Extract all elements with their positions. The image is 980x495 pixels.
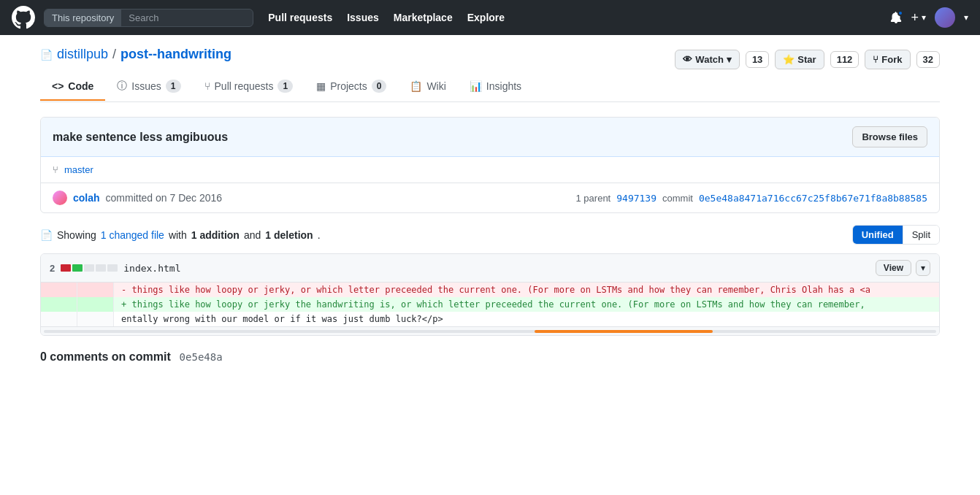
tab-wiki[interactable]: 📋 Wiki bbox=[398, 73, 457, 101]
file-diff-header: 2 index.html View ▾ bbox=[41, 254, 939, 283]
diff-bar-green bbox=[72, 264, 83, 272]
issues-badge: 1 bbox=[166, 80, 181, 93]
tab-pull-requests[interactable]: ⑂ Pull requests 1 bbox=[193, 72, 305, 101]
tab-issues[interactable]: ⓘ Issues 1 bbox=[105, 72, 192, 101]
diff-code-area: - things like how loopy or jerky, or whi… bbox=[41, 283, 939, 326]
split-view-button[interactable]: Split bbox=[903, 226, 939, 244]
diff-bar-gray-2 bbox=[96, 264, 106, 272]
diff-scrollbar-thumb[interactable] bbox=[535, 330, 713, 333]
star-count[interactable]: 112 bbox=[830, 51, 860, 68]
commit-hash-link[interactable]: 0e5e48a8471a716cc67c25f8b67e71f8a8b88585 bbox=[699, 193, 927, 204]
diff-middle: with bbox=[169, 229, 187, 241]
pr-badge: 1 bbox=[277, 80, 293, 93]
context-line-content: entally wrong with our model or if it wa… bbox=[114, 312, 939, 326]
parent-label: 1 parent bbox=[576, 193, 611, 204]
commit-branch[interactable]: master bbox=[64, 164, 93, 175]
star-icon: ⭐ bbox=[783, 54, 795, 65]
repo-icon: 📄 bbox=[40, 49, 53, 61]
nav-explore[interactable]: Explore bbox=[467, 12, 505, 23]
header-right: + ▾ ▾ bbox=[890, 7, 968, 28]
nav-pull-requests[interactable]: Pull requests bbox=[268, 12, 332, 23]
diff-bar-red bbox=[61, 264, 71, 272]
pr-icon: ⑂ bbox=[204, 80, 210, 92]
diff-scrollbar-track bbox=[44, 330, 936, 333]
add-button[interactable]: + ▾ bbox=[911, 10, 926, 26]
diff-line-added: + things like how loopy or jerky the han… bbox=[41, 297, 939, 312]
star-button[interactable]: ⭐ Star bbox=[775, 50, 824, 69]
diff-and: and bbox=[244, 229, 261, 241]
diff-view-toggle: Unified Split bbox=[852, 225, 940, 245]
nav-issues[interactable]: Issues bbox=[347, 12, 379, 23]
tab-code-label: Code bbox=[68, 80, 93, 92]
commit-meta: ⑂ master bbox=[41, 157, 939, 183]
file-diff-actions: View ▾ bbox=[876, 260, 930, 276]
file-diff-header-left: 2 index.html bbox=[50, 263, 181, 274]
notifications-button[interactable] bbox=[890, 12, 902, 23]
breadcrumb-separator: / bbox=[112, 47, 116, 62]
notification-dot bbox=[897, 10, 903, 16]
tab-projects[interactable]: ▦ Projects 0 bbox=[305, 72, 398, 101]
view-dropdown-button[interactable]: ▾ bbox=[916, 260, 930, 276]
comments-hash: 0e5e48a bbox=[180, 351, 223, 363]
file-line-count: 2 bbox=[50, 263, 55, 274]
search-input[interactable] bbox=[121, 9, 253, 26]
avatar[interactable] bbox=[935, 7, 955, 28]
diff-scrollbar[interactable] bbox=[41, 326, 939, 335]
star-label: Star bbox=[797, 54, 816, 65]
tab-code[interactable]: <> Code bbox=[40, 73, 105, 101]
diff-changed-link[interactable]: 1 changed file bbox=[101, 229, 164, 241]
watch-count[interactable]: 13 bbox=[746, 51, 769, 68]
code-icon: <> bbox=[52, 80, 64, 92]
commit-author-avatar bbox=[53, 191, 67, 205]
unified-view-button[interactable]: Unified bbox=[853, 226, 903, 244]
eye-icon: 👁 bbox=[683, 54, 692, 65]
search-bar[interactable]: This repository bbox=[44, 9, 253, 27]
commit-date: committed on 7 Dec 2016 bbox=[106, 192, 223, 204]
watch-label: Watch bbox=[695, 54, 724, 65]
repo-actions: 👁 Watch ▾ 13 ⭐ Star 112 ⑂ Fork 32 bbox=[675, 50, 940, 69]
repo-tabs: <> Code ⓘ Issues 1 ⑂ Pull requests 1 ▦ P… bbox=[40, 72, 940, 102]
commit-hash-row: 1 parent 9497139 commit 0e5e48a8471a716c… bbox=[576, 193, 927, 204]
tab-wiki-label: Wiki bbox=[426, 80, 445, 92]
file-diff: 2 index.html View ▾ bbox=[40, 253, 940, 336]
avatar-dropdown-arrow[interactable]: ▾ bbox=[964, 12, 968, 23]
diff-line-removed: - things like how loopy or jerky, or whi… bbox=[41, 283, 939, 297]
projects-badge: 0 bbox=[372, 80, 387, 93]
fork-label: Fork bbox=[881, 54, 902, 65]
diff-summary-text: 📄 Showing 1 changed file with 1 addition… bbox=[40, 229, 321, 241]
wiki-icon: 📋 bbox=[410, 80, 422, 92]
parent-hash-link[interactable]: 9497139 bbox=[616, 193, 656, 204]
diff-period: . bbox=[318, 229, 321, 241]
diff-prefix: Showing bbox=[57, 229, 96, 241]
diff-bar-gray-1 bbox=[84, 264, 94, 272]
commit-author-info: colah committed on 7 Dec 2016 bbox=[53, 191, 222, 205]
page-container: 📄 distillpub / post--handwriting 👁 Watch… bbox=[23, 35, 957, 364]
add-dropdown-arrow: ▾ bbox=[922, 12, 926, 23]
breadcrumb-repo-name[interactable]: post--handwriting bbox=[120, 47, 231, 62]
tab-insights-label: Insights bbox=[486, 80, 521, 92]
nav-marketplace[interactable]: Marketplace bbox=[394, 12, 453, 23]
commit-title: make sentence less amgibuous bbox=[53, 131, 228, 144]
fork-button[interactable]: ⑂ Fork bbox=[865, 50, 910, 69]
tab-insights[interactable]: 📊 Insights bbox=[458, 73, 533, 101]
repo-header-row: 📄 distillpub / post--handwriting 👁 Watch… bbox=[40, 47, 940, 72]
commit-label: commit bbox=[662, 193, 693, 204]
commit-header: make sentence less amgibuous Browse file… bbox=[41, 118, 939, 157]
comments-header: 0 comments on commit bbox=[40, 350, 171, 363]
main-header: This repository Pull requests Issues Mar… bbox=[0, 0, 980, 35]
issues-icon: ⓘ bbox=[117, 80, 127, 93]
github-logo-icon[interactable] bbox=[12, 6, 35, 29]
browse-files-button[interactable]: Browse files bbox=[852, 126, 927, 147]
search-repo-label[interactable]: This repository bbox=[45, 9, 121, 26]
breadcrumb: 📄 distillpub / post--handwriting bbox=[40, 47, 231, 62]
view-button[interactable]: View bbox=[876, 260, 911, 276]
comments-section: 0 comments on commit 0e5e48a bbox=[40, 350, 940, 364]
tab-pr-label: Pull requests bbox=[215, 80, 274, 92]
breadcrumb-owner[interactable]: distillpub bbox=[57, 47, 108, 62]
header-nav: Pull requests Issues Marketplace Explore bbox=[268, 12, 505, 23]
watch-button[interactable]: 👁 Watch ▾ bbox=[675, 50, 740, 69]
diff-file-icon: 📄 bbox=[40, 229, 53, 241]
fork-count[interactable]: 32 bbox=[916, 51, 940, 68]
diff-line-context2: entally wrong with our model or if it wa… bbox=[41, 312, 939, 326]
commit-author-name[interactable]: colah bbox=[73, 192, 100, 204]
